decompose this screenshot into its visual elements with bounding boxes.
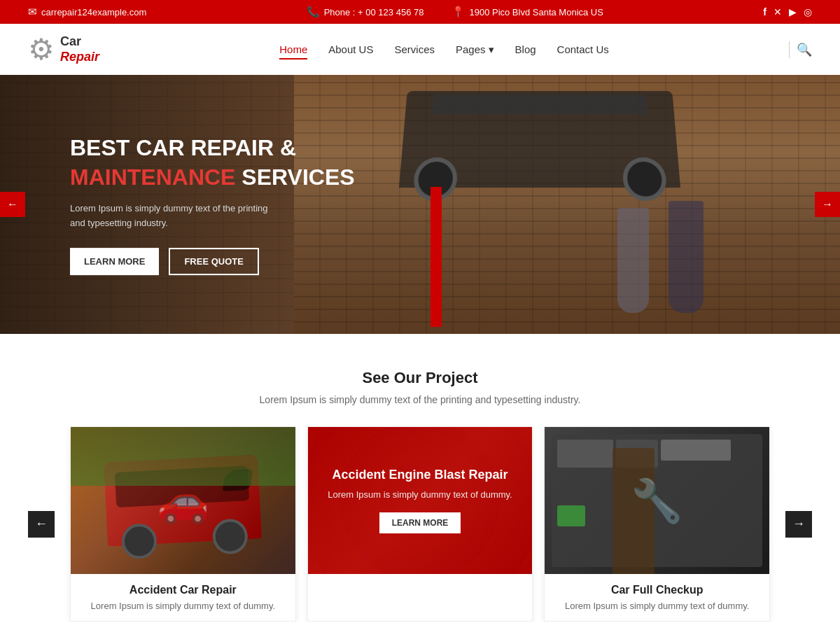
- email-icon: ✉: [28, 6, 37, 18]
- email-text: carrepair124example.com: [41, 7, 146, 18]
- youtube-icon[interactable]: ▶: [789, 6, 797, 18]
- card-accident-body: Accident Car Repair Lorem Ipsum is simpl…: [71, 574, 295, 621]
- cards-prev-arrow[interactable]: ←: [28, 511, 55, 538]
- card-engine-blast: Accident Engine Blast Repair Lorem Ipsum…: [307, 426, 533, 622]
- free-quote-button[interactable]: FREE QUOTE: [169, 248, 259, 275]
- nav-link-home[interactable]: Home: [279, 43, 307, 59]
- logo-car: Car: [60, 34, 99, 50]
- engine-learn-more-button[interactable]: LEARN MORE: [379, 512, 461, 533]
- nav-item-about[interactable]: About US: [328, 43, 373, 56]
- hero-subtitle: Lorem Ipsum is simply dummy text of the …: [70, 202, 355, 231]
- phone-info: 📞 Phone : + 00 123 456 78: [307, 6, 424, 18]
- card-engine-overlay: Accident Engine Blast Repair Lorem Ipsum…: [308, 427, 533, 574]
- hero-next-arrow[interactable]: →: [815, 192, 840, 217]
- card-accident-text: Lorem Ipsum is simply dummy text of dumm…: [82, 601, 284, 611]
- checkup-car-image: [545, 427, 769, 574]
- nav-menu: Home About US Services Pages ▾ Blog Cont…: [279, 43, 609, 56]
- nav-item-services[interactable]: Services: [394, 43, 435, 56]
- nav-item-contact[interactable]: Contact Us: [557, 43, 609, 56]
- nav-item-pages[interactable]: Pages ▾: [456, 43, 494, 56]
- card-checkup-body: Car Full Checkup Lorem Ipsum is simply d…: [545, 574, 769, 621]
- twitter-x-icon[interactable]: ✕: [774, 6, 782, 18]
- nav-item-home[interactable]: Home: [279, 43, 307, 56]
- facebook-icon[interactable]: f: [763, 6, 766, 18]
- card-checkup-title: Car Full Checkup: [556, 584, 758, 596]
- address-info: 📍 1900 Pico Blvd Santa Monica US: [451, 6, 603, 18]
- nav-item-blog[interactable]: Blog: [515, 43, 536, 56]
- hero-title-rest: SERVICES: [241, 164, 354, 190]
- phone-icon: 📞: [307, 6, 320, 18]
- top-bar-email: ✉ carrepair124example.com: [28, 6, 146, 18]
- hero-title-line1: BEST CAR REPAIR &: [70, 135, 296, 160]
- card-accident-image: [71, 427, 295, 574]
- cards-next-arrow[interactable]: →: [785, 511, 812, 538]
- cards-container: Accident Car Repair Lorem Ipsum is simpl…: [28, 426, 812, 622]
- search-button[interactable]: 🔍: [797, 42, 812, 57]
- card-accident-title: Accident Car Repair: [82, 584, 284, 596]
- card-accident-repair: Accident Car Repair Lorem Ipsum is simpl…: [70, 426, 296, 622]
- hero-title: BEST CAR REPAIR & MAINTENANCE SERVICES: [70, 134, 355, 192]
- instagram-icon[interactable]: ◎: [804, 6, 812, 18]
- hero-content: BEST CAR REPAIR & MAINTENANCE SERVICES L…: [70, 134, 355, 275]
- nav-link-contact[interactable]: Contact Us: [557, 43, 609, 55]
- logo-text: Car Repair: [60, 34, 99, 64]
- hero-section: BEST CAR REPAIR & MAINTENANCE SERVICES L…: [0, 75, 840, 334]
- nav-link-pages[interactable]: Pages ▾: [456, 43, 494, 56]
- nav-link-about[interactable]: About US: [328, 43, 373, 55]
- navbar: ⚙ Car Repair Home About US Services Page…: [0, 24, 840, 75]
- chevron-down-icon: ▾: [489, 43, 494, 56]
- project-section: See Our Project Lorem Ipsum is simply du…: [0, 334, 840, 630]
- card-engine-overlay-title: Accident Engine Blast Repair: [332, 468, 507, 482]
- hero-buttons: LEARN MORE FREE QUOTE: [70, 248, 355, 275]
- hero-prev-arrow[interactable]: ←: [0, 192, 25, 217]
- address-text: 1900 Pico Blvd Santa Monica US: [469, 7, 603, 18]
- cards-wrapper: ←: [28, 426, 812, 622]
- phone-text: Phone : + 00 123 456 78: [324, 7, 424, 18]
- card-engine-overlay-text: Lorem Ipsum is simply dummy text of dumm…: [328, 489, 512, 500]
- location-icon: 📍: [451, 6, 465, 18]
- project-section-subtitle: Lorem Ipsum is simply dummy text of the …: [28, 394, 812, 405]
- nav-link-services[interactable]: Services: [394, 43, 435, 55]
- logo: ⚙ Car Repair: [28, 32, 99, 66]
- card-checkup-text: Lorem Ipsum is simply dummy text of dumm…: [556, 601, 758, 611]
- card-full-checkup: Car Full Checkup Lorem Ipsum is simply d…: [544, 426, 770, 622]
- nav-divider: [789, 41, 790, 58]
- learn-more-button[interactable]: LEARN MORE: [70, 248, 159, 275]
- social-links: f ✕ ▶ ◎: [763, 6, 812, 18]
- accident-car-image: [71, 427, 295, 574]
- nav-link-blog[interactable]: Blog: [515, 43, 536, 55]
- card-engine-image: Accident Engine Blast Repair Lorem Ipsum…: [308, 427, 533, 574]
- project-section-title: See Our Project: [28, 369, 812, 387]
- card-checkup-image: [545, 427, 769, 574]
- gear-icon: ⚙: [28, 32, 55, 66]
- top-bar: ✉ carrepair124example.com 📞 Phone : + 00…: [0, 0, 840, 24]
- top-bar-center-info: 📞 Phone : + 00 123 456 78 📍 1900 Pico Bl…: [307, 6, 603, 18]
- hero-title-highlight: MAINTENANCE: [70, 164, 235, 190]
- logo-repair: Repair: [60, 50, 99, 65]
